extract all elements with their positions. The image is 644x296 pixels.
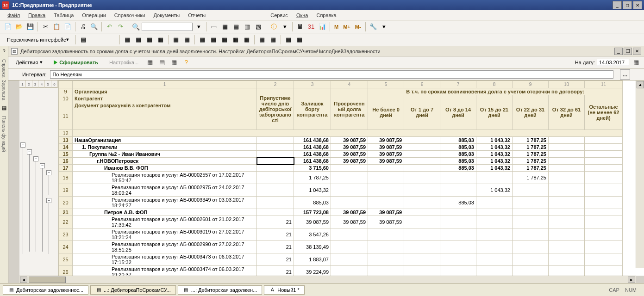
menu-references[interactable]: Справочники <box>111 12 149 19</box>
cell-c7[interactable] <box>404 216 440 228</box>
report-grid[interactable]: 1 2 3 4 5 6 − − − − <box>19 80 644 276</box>
cell-c5[interactable] <box>331 241 368 253</box>
cell-c8[interactable] <box>440 241 476 253</box>
cell-c10[interactable]: 1 787,25 <box>513 151 549 158</box>
cell-c8[interactable] <box>440 253 476 266</box>
cell-c7[interactable] <box>404 266 440 276</box>
cell-c8[interactable] <box>440 216 476 228</box>
menu-edit[interactable]: Правка <box>25 12 49 19</box>
date-picker-icon[interactable]: ▦ <box>631 57 641 68</box>
cell-c12[interactable] <box>585 172 623 184</box>
chart-icon[interactable]: 📊 <box>317 22 327 32</box>
cell-c3[interactable] <box>257 158 294 165</box>
cell-c4[interactable]: 39 087,59 <box>294 216 331 228</box>
cell-c7[interactable] <box>404 228 440 241</box>
row-name-cell[interactable]: Иванов В.В. ФОП <box>73 165 257 172</box>
outline-level-3[interactable]: 3 <box>32 80 39 88</box>
cell-c7[interactable] <box>404 197 440 209</box>
row-name-cell[interactable]: Реализация товаров и услуг АБ-00003019 о… <box>73 228 257 241</box>
cell-c9[interactable] <box>476 197 513 209</box>
doc-minimize-button[interactable]: _ <box>614 48 623 55</box>
menu-reports[interactable]: Отчеты <box>184 12 209 19</box>
cell-c3[interactable] <box>257 197 294 209</box>
cell-c11[interactable] <box>549 209 585 216</box>
cell-c6[interactable] <box>368 165 404 172</box>
grid-icon-7[interactable]: ▦ <box>197 35 207 45</box>
date-icon[interactable]: 31 <box>306 22 316 32</box>
cell-c8[interactable]: 885,03 <box>440 137 476 144</box>
menu-service[interactable]: Сервис <box>267 12 292 19</box>
grid-icon-11[interactable]: ▦ <box>242 35 252 45</box>
doc-close-button[interactable]: ✕ <box>633 48 641 55</box>
cell-c9[interactable]: 1 043,32 <box>476 137 513 144</box>
cell-c4[interactable]: 161 438,68 <box>294 137 331 144</box>
cell-c8[interactable] <box>440 209 476 216</box>
cell-c8[interactable]: 885,03 <box>440 144 476 151</box>
row-name-cell[interactable]: НашаОрганизация <box>73 137 257 144</box>
cell-c3[interactable] <box>257 137 294 144</box>
row-name-cell[interactable]: Реализация товаров и услуг АБ-00002601 о… <box>73 216 257 228</box>
cell-c6[interactable] <box>368 228 404 241</box>
cell-c9[interactable] <box>476 228 513 241</box>
cell-c4[interactable]: 3 715,60 <box>294 165 331 172</box>
status-tab-3[interactable]: ▤...: Дебиторская задолжен... <box>178 285 263 295</box>
cell-c9[interactable]: 1 043,32 <box>476 144 513 151</box>
cell-c3[interactable]: 21 <box>257 228 294 241</box>
cell-c10[interactable]: 1 787,25 <box>513 137 549 144</box>
outline-expand-2[interactable]: − <box>27 149 32 154</box>
grid-icon-14[interactable]: ▦ <box>283 35 294 45</box>
copy-icon[interactable]: 📋 <box>51 22 62 32</box>
row-name-cell[interactable]: Реализация товаров и услуг АБ-00002557 о… <box>73 172 257 184</box>
paste-icon[interactable]: 📄 <box>63 22 73 32</box>
cell-c9[interactable]: 1 043,32 <box>476 158 513 165</box>
cell-c6[interactable] <box>368 184 404 197</box>
zoom-mm[interactable]: M- <box>353 24 363 30</box>
cell-c8[interactable] <box>440 184 476 197</box>
interval-more-button[interactable]: … <box>620 69 630 80</box>
cell-c8[interactable]: 885,03 <box>440 151 476 158</box>
cell-c3[interactable] <box>257 209 294 216</box>
row-name-cell[interactable]: г.НОВОПетровск <box>73 158 257 165</box>
cell-c3[interactable] <box>257 165 294 172</box>
row-name-cell[interactable]: Реализация товаров и услуг АБ-00002990 о… <box>73 241 257 253</box>
grid-icon-15[interactable]: ▦ <box>294 35 305 45</box>
table-row[interactable]: 21Петров А.В. ФОП157 723,0839 087,5939 0… <box>59 209 623 216</box>
cell-c5[interactable] <box>331 253 368 266</box>
cell-c12[interactable] <box>585 144 623 151</box>
cell-c6[interactable]: 39 087,59 <box>368 144 404 151</box>
minimize-button[interactable]: _ <box>613 1 622 9</box>
cell-c5[interactable] <box>331 228 368 241</box>
cell-c7[interactable] <box>404 241 440 253</box>
cell-c11[interactable] <box>549 228 585 241</box>
form-button[interactable]: Сформировать <box>49 59 103 66</box>
cell-c5[interactable]: 39 087,59 <box>331 137 368 144</box>
cell-c5[interactable] <box>331 184 368 197</box>
cell-c5[interactable]: 39 087,59 <box>331 209 368 216</box>
grid-icon-12[interactable]: ▦ <box>257 35 267 45</box>
redo-icon[interactable]: ↷ <box>115 22 125 32</box>
cell-c7[interactable] <box>404 144 440 151</box>
cell-c10[interactable] <box>513 197 549 209</box>
cell-c4[interactable]: 1 883,07 <box>294 253 331 266</box>
cell-c11[interactable] <box>549 184 585 197</box>
sidebar-tab-functions[interactable]: Панель функций <box>0 113 7 154</box>
status-tab-4[interactable]: AНовый1 * <box>264 285 304 295</box>
cell-c4[interactable]: 161 438,68 <box>294 151 331 158</box>
scroll-thumb[interactable] <box>29 277 66 283</box>
table-row[interactable]: 16г.НОВОПетровск161 438,6839 087,5939 08… <box>59 158 623 165</box>
info-icon[interactable]: ⓘ <box>269 22 279 32</box>
cell-c6[interactable] <box>368 266 404 276</box>
cell-c11[interactable] <box>549 151 585 158</box>
cell-c9[interactable] <box>476 241 513 253</box>
cell-c12[interactable] <box>585 184 623 197</box>
cell-c12[interactable] <box>585 228 623 241</box>
table-row[interactable]: 19Реализация товаров и услуг АБ-00002975… <box>59 184 623 197</box>
cell-c5[interactable] <box>331 172 368 184</box>
cell-c4[interactable]: 161 438,68 <box>294 144 331 151</box>
grid-icon-3[interactable]: ▦ <box>144 35 155 45</box>
doc-tb-icon-1[interactable]: ▦ <box>145 57 155 68</box>
outline-expand-6[interactable]: − <box>46 198 51 203</box>
cell-c11[interactable] <box>549 137 585 144</box>
cell-c8[interactable]: 885,03 <box>440 165 476 172</box>
tb2-icon-1[interactable]: ▤ <box>78 35 88 45</box>
